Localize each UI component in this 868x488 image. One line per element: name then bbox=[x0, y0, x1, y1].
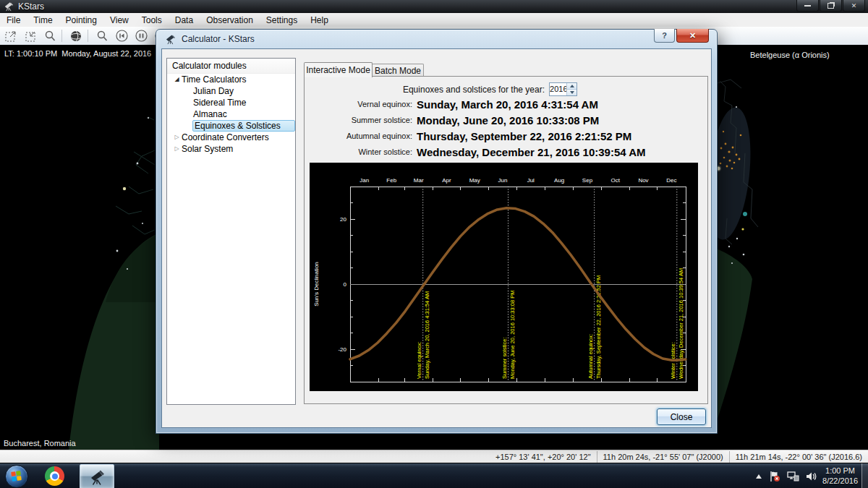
year-spinbox[interactable]: 2016 bbox=[549, 82, 577, 96]
kstars-taskbar-button[interactable] bbox=[80, 464, 114, 488]
result-row-vernal: Vernal equinox: Sunday, March 20, 2016 4… bbox=[305, 96, 707, 112]
volume-icon[interactable] bbox=[806, 471, 817, 481]
menu-pointing[interactable]: Pointing bbox=[59, 14, 103, 27]
infobox-focus-object[interactable]: Betelgeuse (α Orionis) bbox=[750, 51, 830, 59]
result-row-winter: Winter solstice: Wednesday, December 21,… bbox=[305, 144, 707, 160]
zoom-icon[interactable] bbox=[41, 28, 59, 43]
windows-flag-icon bbox=[11, 471, 22, 481]
tree-item-time-calculators[interactable]: ◢ Time Calculators bbox=[167, 74, 295, 85]
menu-settings[interactable]: Settings bbox=[260, 14, 304, 27]
find-object-icon[interactable] bbox=[93, 28, 111, 43]
kstars-titlebar[interactable]: KStars ✕ bbox=[0, 0, 868, 13]
declination-chart: JanFebMarAprMayJunJulAugSepOctNovDec200-… bbox=[310, 163, 698, 391]
result-value: Monday, June 20, 2016 10:33:08 PM bbox=[417, 114, 599, 127]
status-jnow-coords: 11h 21m 14s, -22° 00' 36" (J2016.6) bbox=[729, 451, 868, 463]
menu-tools[interactable]: Tools bbox=[135, 14, 169, 27]
action-center-flag-icon[interactable] bbox=[769, 471, 780, 482]
box-arrow-out-icon[interactable] bbox=[2, 28, 20, 43]
clock-date: 8/22/2016 bbox=[822, 476, 858, 486]
tree-item-label: Solar System bbox=[182, 143, 233, 155]
svg-text:Jan: Jan bbox=[359, 177, 369, 184]
tree-item-almanac[interactable]: Almanac bbox=[167, 108, 295, 120]
spin-up-button[interactable] bbox=[567, 83, 576, 89]
minimize-icon bbox=[804, 5, 811, 7]
dialog-close-action-button[interactable]: Close bbox=[657, 408, 706, 425]
status-horizontal-coords: +157° 13' 41", +20° 20' 12" bbox=[490, 451, 597, 463]
tree-item-label: Julian Day bbox=[193, 85, 234, 97]
tree-item-solar-system[interactable]: ▷ Solar System bbox=[167, 143, 295, 155]
tree-item-sidereal-time[interactable]: Sidereal Time bbox=[167, 97, 295, 108]
spin-down-button[interactable] bbox=[567, 89, 576, 95]
tray-expand-icon[interactable] bbox=[755, 474, 762, 479]
collapsed-icon[interactable]: ▷ bbox=[172, 143, 182, 155]
menu-data[interactable]: Data bbox=[169, 14, 200, 27]
infobox-location[interactable]: Bucharest, Romania bbox=[4, 439, 76, 448]
tree-item-julian-day[interactable]: Julian Day bbox=[167, 85, 295, 97]
help-icon: ? bbox=[662, 31, 667, 40]
toolbar-separator bbox=[88, 30, 88, 42]
calculator-dialog: Calculator - KStars ? ✕ Calculator modul… bbox=[156, 29, 718, 434]
collapsed-icon[interactable]: ▷ bbox=[172, 132, 182, 143]
menu-help[interactable]: Help bbox=[304, 14, 335, 27]
result-value: Sunday, March 20, 2016 4:31:54 AM bbox=[417, 98, 598, 111]
infobox-time[interactable]: LT: 1:00:10 PM Monday, August 22, 2016 bbox=[4, 49, 151, 58]
menu-observation[interactable]: Observation bbox=[200, 14, 260, 27]
window-title: KStars bbox=[18, 1, 44, 12]
chrome-taskbar-icon[interactable] bbox=[45, 466, 64, 486]
close-button[interactable]: ✕ bbox=[843, 0, 865, 12]
down-arrow-icon bbox=[570, 91, 574, 94]
year-value[interactable]: 2016 bbox=[550, 83, 566, 95]
results-list: Vernal equinox: Sunday, March 20, 2016 4… bbox=[305, 96, 707, 160]
svg-text:Sun's Declination: Sun's Declination bbox=[313, 262, 320, 307]
svg-text:Sep: Sep bbox=[582, 177, 593, 184]
menu-bar: File Time Pointing View Tools Data Obser… bbox=[0, 13, 868, 27]
menu-file[interactable]: File bbox=[0, 14, 27, 27]
dialog-titlebar[interactable]: Calculator - KStars ? ✕ bbox=[156, 30, 717, 48]
result-row-summer: Summer solstice: Monday, June 20, 2016 1… bbox=[305, 112, 707, 128]
tree-item-coordinate-converters[interactable]: ▷ Coordinate Converters bbox=[167, 132, 295, 143]
result-label: Summer solstice: bbox=[305, 116, 412, 124]
svg-text:0: 0 bbox=[344, 281, 347, 288]
network-icon[interactable] bbox=[787, 471, 799, 481]
status-j2000-coords: 11h 20m 24s, -21° 55' 07" (J2000) bbox=[597, 451, 729, 463]
result-value: Wednesday, December 21, 2016 10:39:54 AM bbox=[417, 146, 646, 158]
calculator-modules-tree: Calculator modules ◢ Time Calculators Ju… bbox=[166, 58, 296, 405]
box-arrow-in-icon[interactable] bbox=[22, 28, 39, 43]
tree-item-label: Time Calculators bbox=[182, 74, 247, 85]
taskbar-clock[interactable]: 1:00 PM 8/22/2016 bbox=[822, 466, 858, 486]
result-label: Autumnal equinox: bbox=[305, 132, 412, 140]
year-label: Equinoxes and solstices for the year: bbox=[403, 85, 545, 95]
svg-text:May: May bbox=[469, 177, 480, 184]
menu-view[interactable]: View bbox=[103, 14, 135, 27]
show-desktop-button[interactable] bbox=[861, 463, 868, 488]
minimize-button[interactable] bbox=[796, 0, 819, 12]
time-step-back-icon[interactable] bbox=[113, 28, 130, 43]
svg-text:Sunday, March 20, 2016 4:31:54: Sunday, March 20, 2016 4:31:54 AM bbox=[424, 291, 430, 379]
dialog-close-button[interactable]: ✕ bbox=[676, 29, 709, 43]
start-button[interactable] bbox=[5, 465, 28, 488]
svg-text:Apr: Apr bbox=[442, 177, 451, 184]
svg-text:Mar: Mar bbox=[414, 177, 424, 184]
dialog-content: Calculator modules ◢ Time Calculators Ju… bbox=[161, 48, 712, 428]
kstars-dialog-icon bbox=[165, 34, 176, 45]
taskbar: 1:00 PM 8/22/2016 bbox=[0, 463, 868, 488]
dialog-help-button[interactable]: ? bbox=[654, 29, 675, 43]
close-icon: ✕ bbox=[851, 2, 857, 9]
toolbar-separator bbox=[61, 30, 62, 42]
svg-text:Oct: Oct bbox=[611, 177, 621, 184]
svg-text:Summer solstice:: Summer solstice: bbox=[501, 337, 508, 379]
tree-item-equinoxes-solstices[interactable]: Equinoxes & Solstices bbox=[167, 120, 295, 132]
menu-time[interactable]: Time bbox=[27, 14, 59, 27]
up-arrow-icon bbox=[570, 85, 574, 87]
tree-item-label: Coordinate Converters bbox=[182, 132, 269, 143]
restore-button[interactable] bbox=[820, 0, 842, 12]
declination-chart-svg: JanFebMarAprMayJunJulAugSepOctNovDec200-… bbox=[310, 163, 698, 391]
expanded-icon[interactable]: ◢ bbox=[172, 74, 182, 85]
tab-interactive-mode[interactable]: Interactive Mode bbox=[304, 62, 373, 77]
kstars-app-icon bbox=[4, 1, 14, 12]
globe-icon[interactable] bbox=[67, 28, 85, 43]
time-pause-icon[interactable] bbox=[132, 28, 150, 43]
result-label: Winter solstice: bbox=[305, 147, 412, 156]
svg-text:-20: -20 bbox=[338, 346, 346, 353]
svg-text:Wednesday, December 21, 2016 1: Wednesday, December 21, 2016 10:39:54 AM bbox=[678, 268, 684, 379]
